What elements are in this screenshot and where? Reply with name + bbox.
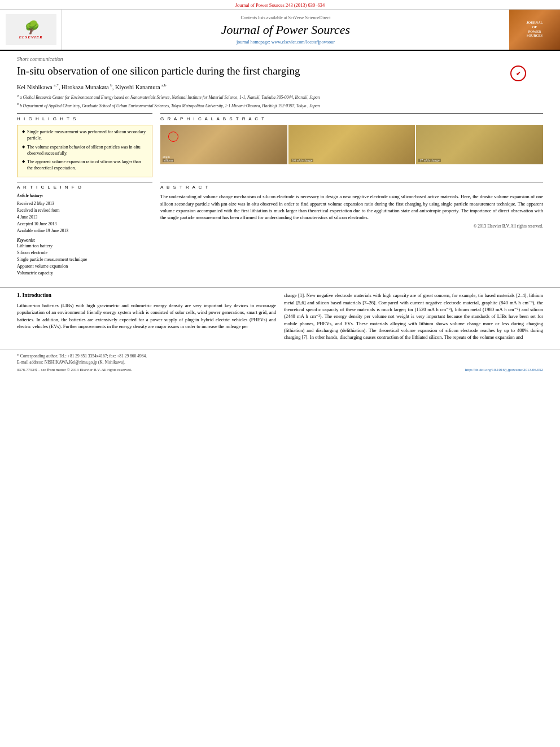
footer-issn: 0378-7753/$ – see front matter © 2013 El… <box>17 368 132 372</box>
body-col-left: 1. Introduction Lithium-ion batteries (L… <box>17 292 276 343</box>
bullet-icon-3: ◆ <box>22 159 25 165</box>
highlights-graphical-row: H I G H L I G H T S ◆ Single particle me… <box>17 113 543 177</box>
elsevier-logo: 🌳 ELSEVIER <box>6 14 56 45</box>
keywords-section: Keywords: Lithium-ion battery Silicon el… <box>17 238 152 277</box>
body-col-right: charge [1]. New negative electrode mater… <box>284 292 543 343</box>
article-body: 1. Introduction Lithium-ion batteries (L… <box>0 292 560 343</box>
affil-b: b b Department of Applied Chemistry, Gra… <box>17 102 543 109</box>
ga-image-1: silicon 20μm <box>160 125 287 164</box>
intro-para-right-1: charge [1]. New negative electrode mater… <box>284 292 543 340</box>
title-row: In-situ observation of one silicon parti… <box>17 64 543 78</box>
highlight-item-3: ◆ The apparent volume expansion ratio of… <box>22 159 147 171</box>
ga-label-3: 17 nAh charge <box>418 159 440 162</box>
bullet-icon-1: ◆ <box>22 129 25 135</box>
authors-line: Kei Nishikawa a,*, Hirokazu Munakata b, … <box>17 83 543 90</box>
ga-scale: 20μm <box>163 155 170 159</box>
keyword-2: Silicon electrode <box>17 250 152 256</box>
affiliations: a a Global Research Center for Environme… <box>17 93 543 109</box>
highlight-item-1: ◆ Single particle measurement was perfor… <box>22 129 147 141</box>
highlights-col: H I G H L I G H T S ◆ Single particle me… <box>17 113 152 177</box>
highlights-header: H I G H L I G H T S <box>17 113 152 121</box>
journal-header: 🌳 ELSEVIER Contents lists available at S… <box>0 10 560 51</box>
crossmark-badge[interactable]: ✔ <box>510 65 526 81</box>
graphical-abstract-header: G R A P H I C A L A B S T R A C T <box>160 113 543 121</box>
logo-tree-icon: 🌳 <box>23 20 38 35</box>
ga-image-2: 6.6 nAh charge <box>288 125 415 164</box>
info-abstract-row: A R T I C L E I N F O Article history: R… <box>17 182 543 277</box>
page: Journal of Power Sources 243 (2013) 630–… <box>0 0 560 374</box>
footnote-star: * Corresponding author. Tel.: +81 29 851… <box>17 353 543 359</box>
journal-cover-image: JOURNALOFPOWERSOURCES <box>509 10 560 50</box>
footnote-email: E-mail address: NISHIKAWA.Kei@nims.go.jp… <box>17 359 543 365</box>
abstract-header: A B S T R A C T <box>160 182 543 190</box>
article-history: Article history: Received 2 May 2013 Rec… <box>17 193 152 234</box>
body-divider <box>0 287 560 287</box>
journal-name: Journal of Power Sources <box>221 23 350 37</box>
sciencedirect-link[interactable]: Contents lists available at SciVerse Sci… <box>241 15 331 20</box>
article-type-label: Short communication <box>17 56 543 62</box>
ga-label-1: silicon <box>163 159 174 162</box>
date-revised: 4 June 2013 <box>17 214 152 221</box>
date-revised-label: Received in revised form <box>17 207 152 214</box>
highlight-item-2: ◆ The volume expansion behavior of silic… <box>22 144 147 156</box>
publisher-logo-area: 🌳 ELSEVIER <box>0 10 62 50</box>
article-content: Short communication In-situ observation … <box>0 51 560 282</box>
affil-a: a a Global Research Center for Environme… <box>17 93 543 101</box>
keyword-3: Single particle measurement technique <box>17 256 152 263</box>
intro-title: 1. Introduction <box>17 292 276 300</box>
footer-area: * Corresponding author. Tel.: +81 29 851… <box>0 349 560 375</box>
author-sup-a: a,* <box>54 83 58 88</box>
author-sup-ab: a,b <box>161 83 166 88</box>
history-label: Article history: <box>17 193 152 198</box>
article-title: In-situ observation of one silicon parti… <box>17 64 543 78</box>
article-dates: Received 2 May 2013 Received in revised … <box>17 200 152 234</box>
abstract-text: The understanding of volume change mecha… <box>160 193 543 221</box>
date-accepted: Accepted 10 June 2013 <box>17 221 152 228</box>
article-info-header: A R T I C L E I N F O <box>17 182 152 190</box>
journal-homepage[interactable]: journal homepage: www.elsevier.com/locat… <box>237 40 335 45</box>
journal-title-area: Contents lists available at SciVerse Sci… <box>62 10 509 50</box>
cover-title: JOURNALOFPOWERSOURCES <box>526 21 542 38</box>
article-info-col: A R T I C L E I N F O Article history: R… <box>17 182 152 277</box>
elsevier-label: ELSEVIER <box>19 35 42 40</box>
journal-cover: JOURNALOFPOWERSOURCES <box>509 10 560 50</box>
footer-bottom: 0378-7753/$ – see front matter © 2013 El… <box>17 368 543 372</box>
journal-citation: Journal of Power Sources 243 (2013) 630–… <box>0 0 560 10</box>
date-online: Available online 19 June 2013 <box>17 228 152 234</box>
keyword-4: Apparent volume expansion <box>17 263 152 270</box>
copyright-line: © 2013 Elsevier B.V. All rights reserved… <box>160 224 543 229</box>
abstract-col: A B S T R A C T The understanding of vol… <box>160 182 543 277</box>
keywords-label: Keywords: <box>17 238 152 243</box>
ga-image-3: 17 nAh charge <box>416 125 543 164</box>
ga-label-2: 6.6 nAh charge <box>291 159 314 162</box>
date-received: Received 2 May 2013 <box>17 200 152 207</box>
graphical-abstract-images: silicon 20μm 6.6 nAh charge 17 nAh charg… <box>160 125 543 164</box>
intro-para-1: Lithium-ion batteries (LIBs) with high g… <box>17 302 276 330</box>
footer-doi[interactable]: http://dx.doi.org/10.1016/j.jpowsour.201… <box>465 368 543 372</box>
author-sup-b: b <box>110 83 112 88</box>
ga-circle-indicator <box>168 132 178 142</box>
highlights-box: ◆ Single particle measurement was perfor… <box>17 125 152 177</box>
graphical-abstract-col: G R A P H I C A L A B S T R A C T silico… <box>160 113 543 177</box>
bullet-icon-2: ◆ <box>22 145 25 150</box>
keyword-5: Volumetric capacity <box>17 270 152 277</box>
keyword-1: Lithium-ion battery <box>17 243 152 250</box>
